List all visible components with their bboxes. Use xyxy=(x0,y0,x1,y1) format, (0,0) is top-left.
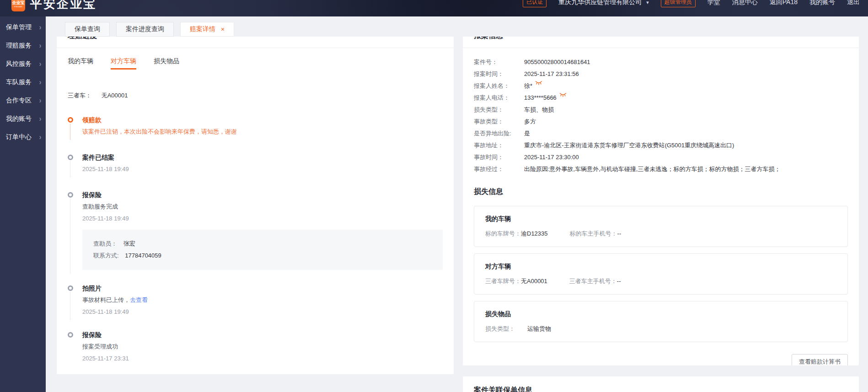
timeline-item-claim-payment: 领赔款 该案件已注销，本次出险不会影响来年保费，请知悉，谢谢 xyxy=(68,115,443,136)
sidebar-item-fleet-service[interactable]: 车队服务› xyxy=(0,73,46,91)
surveyor-name: 张宏 xyxy=(123,240,135,247)
field-case-number: 案件号：90550002800014681641 xyxy=(474,56,848,68)
sidebar-item-order-center[interactable]: 订单中心› xyxy=(0,128,46,146)
panel-head: 报案信息 xyxy=(463,37,859,48)
app-title: 平安企业宝 xyxy=(30,0,96,12)
timeline-marker-icon xyxy=(68,192,73,198)
close-icon[interactable]: × xyxy=(221,26,225,33)
chevron-down-icon: ▾ xyxy=(646,0,649,5)
main-content: 保单查询 案件进度查询 赔案详情 × 理赔进度 我的车辆 对方车辆 损失物品 三… xyxy=(46,16,868,392)
verified-badge: 已认证 xyxy=(523,0,547,7)
page-tabs: 保单查询 案件进度查询 赔案详情 × xyxy=(65,22,868,37)
role-badge: 超级管理员 xyxy=(661,0,696,7)
view-compensation-calc-button[interactable]: 查看赔款计算书 xyxy=(792,354,848,365)
loss-info-section-title: 损失信息 xyxy=(474,187,848,197)
view-materials-link[interactable]: 去查看 xyxy=(130,296,148,303)
field-reporter-phone: 报案人电话： 133****5666 xyxy=(474,92,848,104)
nav-message-center[interactable]: 消息中心 xyxy=(732,0,758,6)
third-party-vehicle-row: 三者车： 无A00001 xyxy=(68,91,454,100)
loss-card-my-vehicle: 我的车辆 标的车牌号：渝D12335标的车主手机号：-- xyxy=(474,206,848,247)
timeline-item-report-accepted: 报保险 报案受理成功 2025-11-17 23:31 xyxy=(68,330,443,363)
sidebar-item-my-account[interactable]: 我的账号› xyxy=(0,110,46,128)
timeline-marker-icon xyxy=(68,117,73,123)
field-reporter-name: 报案人姓名： 徐* xyxy=(474,80,848,92)
nav-school[interactable]: 学堂 xyxy=(707,0,720,6)
tab-other-vehicle[interactable]: 对方车辆 xyxy=(111,57,136,70)
tab-my-vehicle[interactable]: 我的车辆 xyxy=(68,57,93,70)
panel-title-clipped: 理赔进度 xyxy=(68,37,97,41)
nav-back-pa18[interactable]: 返回PA18 xyxy=(770,0,798,6)
nav-logout[interactable]: 退出 xyxy=(847,0,860,6)
sidebar-item-partner-zone[interactable]: 合作专区› xyxy=(0,91,46,110)
chevron-right-icon: › xyxy=(39,115,41,123)
tab-claim-detail[interactable]: 赔案详情 × xyxy=(180,22,234,37)
panel-title-clipped: 报案信息 xyxy=(474,37,503,41)
panel-head: 理赔进度 xyxy=(57,37,454,48)
field-report-time: 报案时间：2025-11-17 23:31:56 xyxy=(474,68,848,80)
company-name: 重庆九华供应链管理有限公司 xyxy=(558,0,642,5)
chevron-right-icon: › xyxy=(39,133,41,141)
field-accident-time: 事故时间：2025-11-17 23:30:00 xyxy=(474,151,848,163)
surveyor-phone: 17784704059 xyxy=(125,252,161,259)
eye-closed-icon[interactable] xyxy=(559,92,567,97)
app-logo-icon: 企业宝 PINGAN xyxy=(11,0,25,11)
timeline-item-survey-done: 报保险 查勘服务完成 2025-11-18 19:49 查勘员： 张宏 联系方式… xyxy=(68,190,443,270)
related-policy-section-title: 案件关联保单信息 xyxy=(463,376,859,392)
claim-progress-panel: 理赔进度 我的车辆 对方车辆 损失物品 三者车： 无A00001 领赔款 该案件… xyxy=(57,37,454,374)
chevron-right-icon: › xyxy=(39,97,41,105)
top-header: 企业宝 PINGAN 平安企业宝 已认证 重庆九华供应链管理有限公司 ▾ 超级管… xyxy=(0,0,868,16)
loss-card-goods: 损失物品 损失类型：运输货物 xyxy=(474,301,848,342)
timeline-marker-icon xyxy=(68,332,73,338)
timeline-marker-icon xyxy=(68,155,73,160)
chevron-right-icon: › xyxy=(39,23,41,32)
field-loss-type: 损失类型：车损、物损 xyxy=(474,104,848,116)
loss-card-other-vehicle: 对方车辆 三者车牌号：无A00001三者车主手机号：-- xyxy=(474,253,848,295)
field-accident-type: 事故类型：多方 xyxy=(474,116,848,128)
case-info-panel: 报案信息 案件号：90550002800014681641 报案时间：2025-… xyxy=(463,37,859,365)
chevron-right-icon: › xyxy=(39,42,41,50)
tab-case-progress-query[interactable]: 案件进度查询 xyxy=(116,22,174,37)
vehicle-tabs: 我的车辆 对方车辆 损失物品 xyxy=(68,57,454,70)
timeline-marker-icon xyxy=(68,285,73,291)
chevron-right-icon: › xyxy=(39,78,41,86)
nav-my-account[interactable]: 我的账号 xyxy=(809,0,835,6)
field-accident-address: 事故地址：重庆市-渝北区-王家街道港东货车修理厂空港东收费站(G5001重庆绕城… xyxy=(474,140,848,151)
eye-closed-icon[interactable] xyxy=(535,80,542,86)
company-dropdown[interactable]: 重庆九华供应链管理有限公司 ▾ xyxy=(558,0,648,6)
sidebar-item-claims-service[interactable]: 理赔服务› xyxy=(0,37,46,55)
related-policy-panel: 案件关联保单信息 xyxy=(463,376,859,392)
tab-lost-goods[interactable]: 损失物品 xyxy=(154,57,179,70)
timeline-note: 该案件已注销，本次出险不会影响来年保费，请知悉，谢谢 xyxy=(82,127,443,136)
case-fields: 案件号：90550002800014681641 报案时间：2025-11-17… xyxy=(474,56,848,175)
timeline-item-case-closed: 案件已结案 2025-11-18 19:49 xyxy=(68,153,443,174)
third-party-plate: 无A00001 xyxy=(102,92,128,99)
sidebar-item-policy-management[interactable]: 保单管理› xyxy=(0,18,46,37)
surveyor-info-box: 查勘员： 张宏 联系方式: 17784704059 xyxy=(82,230,443,270)
header-nav: 已认证 重庆九华供应链管理有限公司 ▾ 超级管理员 学堂 消息中心 返回PA18… xyxy=(523,0,860,7)
field-out-of-area: 是否异地出险:是 xyxy=(474,128,848,140)
field-accident-description: 事故经过：出险原因:意外事故,车辆意外,与机动车碰撞,三者未逃逸；标的方车损；标… xyxy=(474,163,848,175)
timeline-item-photos: 拍照片 事故材料已上传，去查看 2025-11-18 19:49 xyxy=(68,284,443,317)
claim-timeline: 领赔款 该案件已注销，本次出险不会影响来年保费，请知悉，谢谢 案件已结案 202… xyxy=(68,115,443,363)
sidebar: 保单管理› 理赔服务› 风控服务› 车队服务› 合作专区› 我的账号› 订单中心… xyxy=(0,16,46,392)
chevron-right-icon: › xyxy=(39,60,41,68)
sidebar-item-risk-service[interactable]: 风控服务› xyxy=(0,55,46,73)
tab-policy-query[interactable]: 保单查询 xyxy=(65,22,110,37)
